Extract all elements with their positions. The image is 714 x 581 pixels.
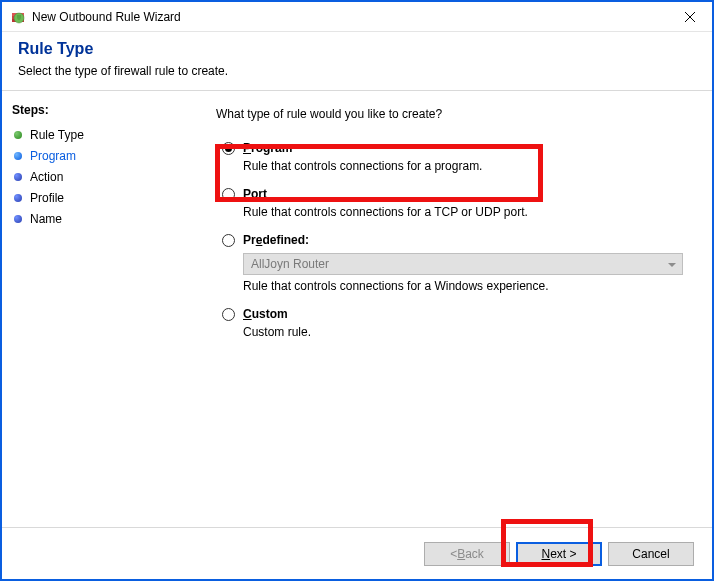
cancel-button[interactable]: Cancel [608, 542, 694, 566]
radio-predefined-label[interactable]: Predefined: [243, 233, 309, 247]
titlebar: New Outbound Rule Wizard [2, 2, 712, 32]
option-custom: Custom Custom rule. [222, 307, 690, 339]
radio-predefined[interactable] [222, 234, 235, 247]
back-button: < Back [424, 542, 510, 566]
firewall-icon [10, 9, 26, 25]
bullet-icon [14, 152, 22, 160]
radio-custom-label[interactable]: Custom [243, 307, 288, 321]
steps-title: Steps: [12, 103, 184, 117]
option-custom-desc: Custom rule. [243, 325, 690, 339]
bullet-icon [14, 173, 22, 181]
radio-port[interactable] [222, 188, 235, 201]
footer: < Back Next > Cancel [2, 527, 712, 579]
option-program-desc: Rule that controls connections for a pro… [243, 159, 690, 173]
bullet-icon [14, 215, 22, 223]
window-title: New Outbound Rule Wizard [32, 10, 668, 24]
steps-sidebar: Steps: Rule Type Program Action Profile … [2, 91, 194, 521]
option-program: Program Rule that controls connections f… [222, 141, 690, 173]
body: Steps: Rule Type Program Action Profile … [2, 91, 712, 521]
step-name[interactable]: Name [12, 209, 184, 229]
option-port-desc: Rule that controls connections for a TCP… [243, 205, 690, 219]
bullet-icon [14, 194, 22, 202]
wizard-window: New Outbound Rule Wizard Rule Type Selec… [0, 0, 714, 581]
header: Rule Type Select the type of firewall ru… [2, 32, 712, 91]
bullet-icon [14, 131, 22, 139]
content-pane: What type of rule would you like to crea… [194, 91, 712, 521]
step-profile[interactable]: Profile [12, 188, 184, 208]
chevron-down-icon [668, 263, 676, 267]
pane-question: What type of rule would you like to crea… [216, 107, 690, 121]
step-rule-type[interactable]: Rule Type [12, 125, 184, 145]
step-action[interactable]: Action [12, 167, 184, 187]
radio-port-label[interactable]: Port [243, 187, 267, 201]
close-button[interactable] [668, 2, 712, 32]
option-predefined-desc: Rule that controls connections for a Win… [243, 279, 690, 293]
option-port: Port Rule that controls connections for … [222, 187, 690, 219]
predefined-dropdown[interactable]: AllJoyn Router [243, 253, 683, 275]
next-button[interactable]: Next > [516, 542, 602, 566]
radio-program-label[interactable]: Program [243, 141, 292, 155]
option-predefined: Predefined: AllJoyn Router Rule that con… [222, 233, 690, 293]
radio-program[interactable] [222, 142, 235, 155]
step-program[interactable]: Program [12, 146, 184, 166]
radio-custom[interactable] [222, 308, 235, 321]
page-subtitle: Select the type of firewall rule to crea… [18, 64, 696, 78]
page-title: Rule Type [18, 40, 696, 58]
